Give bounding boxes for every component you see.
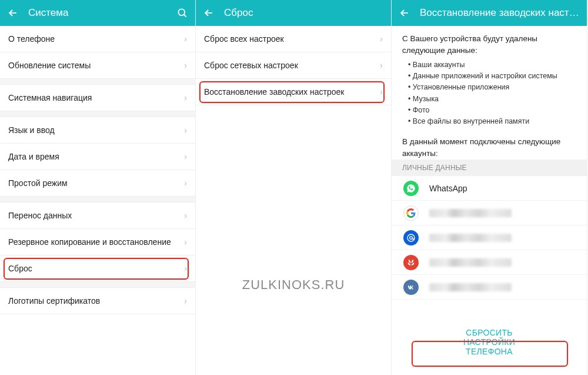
bullet-item: Данные приложений и настройки системы bbox=[408, 71, 576, 82]
account-row[interactable] bbox=[392, 225, 587, 250]
chevron-right-icon: › bbox=[380, 87, 383, 97]
back-icon[interactable] bbox=[203, 7, 215, 19]
list-item[interactable]: Сброс сетевых настроек› bbox=[196, 52, 391, 79]
list-item[interactable]: Перенос данных› bbox=[0, 203, 195, 229]
chevron-right-icon: › bbox=[184, 296, 187, 306]
chevron-right-icon: › bbox=[184, 61, 187, 70]
account-name-redacted bbox=[429, 209, 512, 217]
list-item[interactable]: Сброс всех настроек› bbox=[196, 26, 391, 52]
account-row[interactable]: WhatsApp bbox=[392, 176, 587, 201]
list-item-label: Язык и ввод bbox=[8, 125, 184, 135]
header-system: Система bbox=[0, 0, 195, 26]
bullet-item: Установленные приложения bbox=[408, 82, 576, 93]
chevron-right-icon: › bbox=[184, 93, 187, 102]
list-item[interactable]: Простой режим› bbox=[0, 170, 195, 197]
header-factory-reset: Восстановление заводских настроек bbox=[392, 0, 587, 26]
chevron-right-icon: › bbox=[184, 211, 187, 220]
account-name: WhatsApp bbox=[429, 184, 467, 193]
list-gap bbox=[0, 197, 195, 203]
list-item-label: Сброс bbox=[8, 264, 184, 273]
svg-point-0 bbox=[178, 9, 185, 15]
list-item-label: Дата и время bbox=[8, 152, 184, 161]
chevron-right-icon: › bbox=[184, 152, 187, 161]
list-item-label: Сброс всех настроек bbox=[204, 34, 380, 44]
chevron-right-icon: › bbox=[380, 34, 383, 44]
list-item[interactable]: Резервное копирование и восстановление› bbox=[0, 229, 195, 255]
list-item[interactable]: Обновление системы› bbox=[0, 52, 195, 79]
list-item[interactable]: Логотипы сертификатов› bbox=[0, 288, 195, 314]
vk-icon bbox=[403, 280, 419, 295]
list-item-label: Обновление системы bbox=[8, 61, 184, 70]
account-name-redacted bbox=[429, 234, 512, 242]
reset-phone-button[interactable]: СБРОСИТЬ НАСТРОЙКИ ТЕЛЕФОНА bbox=[440, 322, 538, 362]
mail-icon bbox=[403, 230, 419, 245]
page-title: Система bbox=[28, 7, 176, 19]
chevron-right-icon: › bbox=[380, 61, 383, 70]
search-icon[interactable] bbox=[176, 7, 188, 19]
list-item-label: Резервное копирование и восстановление bbox=[8, 237, 184, 247]
panel-reset: Сброс Сброс всех настроек›Сброс сетевых … bbox=[196, 0, 392, 375]
list-item[interactable]: Системная навигация› bbox=[0, 85, 195, 111]
huawei-icon bbox=[403, 255, 419, 270]
list-item-label: Логотипы сертификатов bbox=[8, 296, 184, 306]
svg-point-2 bbox=[410, 236, 413, 239]
back-icon[interactable] bbox=[7, 7, 19, 19]
page-title: Восстановление заводских настроек bbox=[420, 7, 580, 19]
list-item[interactable]: Восстановление заводских настроек› bbox=[196, 79, 391, 105]
watermark: ZULKINOKS.RU bbox=[242, 277, 345, 293]
list-item-label: Системная навигация bbox=[8, 93, 184, 102]
panel-system: Система О телефоне›Обновление системы›Си… bbox=[0, 0, 196, 375]
account-row[interactable] bbox=[392, 275, 587, 300]
panel-factory-reset: Восстановление заводских настроек С Ваше… bbox=[392, 0, 587, 375]
bullet-item: Музыка bbox=[408, 94, 576, 105]
chevron-right-icon: › bbox=[184, 264, 187, 273]
account-name-redacted bbox=[429, 283, 512, 291]
list-item-label: Перенос данных bbox=[8, 211, 184, 220]
bullet-item: Фото bbox=[408, 105, 576, 116]
chevron-right-icon: › bbox=[184, 125, 187, 135]
chevron-right-icon: › bbox=[184, 178, 187, 188]
list-item-label: Восстановление заводских настроек bbox=[204, 87, 380, 97]
list-item-label: О телефоне bbox=[8, 34, 184, 44]
list-item[interactable]: Сброс› bbox=[0, 255, 195, 282]
list-gap bbox=[0, 111, 195, 117]
accounts-intro: В данный момент подключены следующие акк… bbox=[392, 134, 587, 160]
bullet-item: Ваши аккаунты bbox=[408, 59, 576, 71]
svg-point-1 bbox=[407, 234, 415, 241]
list-item-label: Простой режим bbox=[8, 178, 184, 188]
list-gap bbox=[0, 282, 195, 288]
back-icon[interactable] bbox=[399, 7, 410, 19]
section-personal-data: ЛИЧНЫЕ ДАННЫЕ bbox=[392, 160, 587, 176]
account-row[interactable] bbox=[392, 250, 587, 275]
list-item[interactable]: О телефоне› bbox=[0, 26, 195, 52]
list-item[interactable]: Язык и ввод› bbox=[0, 117, 195, 144]
header-reset: Сброс bbox=[196, 0, 391, 26]
whatsapp-icon bbox=[403, 181, 419, 196]
account-row[interactable] bbox=[392, 201, 587, 225]
chevron-right-icon: › bbox=[184, 237, 187, 247]
deletion-list: Ваши аккаунтыДанные приложений и настрой… bbox=[392, 57, 587, 134]
list-item[interactable]: Дата и время› bbox=[0, 144, 195, 170]
page-title: Сброс bbox=[224, 7, 384, 19]
bullet-item: Все файлы во внутренней памяти bbox=[408, 116, 576, 127]
chevron-right-icon: › bbox=[184, 34, 187, 44]
google-icon bbox=[403, 205, 419, 221]
intro-text: С Вашего устройства будут удалены следую… bbox=[392, 26, 587, 57]
list-item-label: Сброс сетевых настроек bbox=[204, 61, 380, 70]
list-gap bbox=[0, 79, 195, 85]
account-name-redacted bbox=[429, 258, 512, 267]
